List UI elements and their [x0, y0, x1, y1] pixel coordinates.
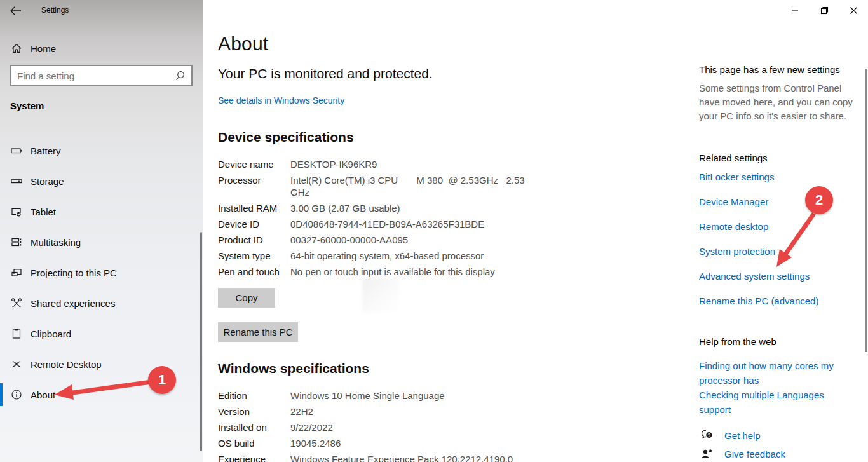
rename-pc-button[interactable]: Rename this PC: [218, 322, 298, 342]
blurred-watermark: [362, 278, 399, 313]
restore-icon: [820, 6, 829, 15]
sidebar-item-home[interactable]: Home: [0, 37, 203, 60]
windows-specifications-heading: Windows specifications: [218, 361, 369, 376]
spec-value: Intel(R) Core(TM) i3 CPU M 380 @ 2.53GHz…: [290, 174, 546, 198]
window-title: Settings: [41, 6, 69, 15]
sidebar: Settings Home System Battery: [0, 0, 203, 462]
windows-specifications-table: EditionWindows 10 Home Single Language V…: [218, 390, 546, 462]
sidebar-item-projecting[interactable]: Projecting to this PC: [0, 261, 203, 284]
bitlocker-settings-link[interactable]: BitLocker settings: [699, 170, 853, 184]
sidebar-item-label: Clipboard: [31, 329, 71, 339]
sidebar-item-label: Home: [31, 43, 56, 54]
spec-label: Pen and touch: [218, 266, 290, 278]
projecting-icon: [10, 266, 23, 279]
sidebar-item-storage[interactable]: Storage: [0, 170, 203, 193]
back-arrow-icon: [9, 4, 23, 18]
device-specifications-table: Device nameDESKTOP-IK96KR9 ProcessorInte…: [218, 158, 546, 282]
sidebar-item-label: Multitasking: [31, 237, 81, 248]
close-button[interactable]: [839, 0, 868, 20]
device-specifications-heading: Device specifications: [218, 130, 354, 145]
spec-label: Product ID: [218, 234, 290, 246]
minimize-icon: [791, 6, 799, 14]
sidebar-item-clipboard[interactable]: Clipboard: [0, 322, 203, 345]
spec-row: Device nameDESKTOP-IK96KR9: [218, 158, 546, 170]
storage-icon: [10, 175, 23, 187]
spec-value: 22H2: [290, 405, 546, 418]
spec-value: 64-bit operating system, x64-based proce…: [290, 250, 546, 262]
clipboard-icon: [10, 327, 23, 340]
sidebar-item-label: Shared experiences: [31, 298, 115, 309]
sidebar-item-label: About: [31, 390, 55, 400]
multitasking-icon: [10, 236, 23, 248]
spec-label: Device name: [218, 158, 290, 170]
home-icon: [10, 42, 23, 55]
spec-label: Installed on: [218, 421, 290, 433]
spec-label: OS build: [218, 437, 290, 449]
get-help-link[interactable]: Get help: [724, 430, 761, 441]
spec-label: Version: [218, 405, 290, 418]
give-feedback-link[interactable]: Give feedback: [724, 449, 785, 459]
windows-security-link[interactable]: See details in Windows Security: [218, 95, 344, 105]
search-input[interactable]: [11, 71, 175, 81]
give-feedback-icon: [700, 447, 714, 461]
page-title: About: [218, 33, 268, 55]
help-from-web-heading: Help from the web: [699, 336, 853, 347]
spec-label: Processor: [218, 174, 290, 198]
help-link-languages[interactable]: Checking multiple Languages support: [699, 388, 853, 417]
close-icon: [850, 6, 858, 15]
spec-row: ExperienceWindows Feature Experience Pac…: [218, 453, 546, 462]
annotation-step-2: 2: [805, 186, 833, 214]
spec-value: 0D408648-7944-41ED-B09A-A63265F31BDE: [290, 218, 546, 230]
shared-experiences-icon: [10, 297, 23, 309]
rename-pc-advanced-link[interactable]: Rename this PC (advanced): [699, 294, 853, 308]
copy-button[interactable]: Copy: [218, 288, 275, 308]
spec-value: 19045.2486: [290, 437, 546, 449]
battery-icon: [10, 144, 23, 157]
give-feedback-row[interactable]: Give feedback: [700, 447, 785, 461]
spec-label: Installed RAM: [218, 202, 290, 214]
restore-button[interactable]: [810, 0, 839, 20]
sidebar-item-shared-experiences[interactable]: Shared experiences: [0, 292, 203, 315]
spec-row: Version22H2: [218, 405, 546, 418]
annotation-step-1: 1: [148, 366, 176, 394]
sidebar-item-multitasking[interactable]: Multitasking: [0, 231, 203, 254]
new-settings-title: This page has a few new settings: [699, 64, 853, 75]
sidebar-item-label: Projecting to this PC: [31, 268, 117, 278]
search-box: [10, 65, 193, 86]
security-status-text: Your PC is monitored and protected.: [218, 66, 433, 81]
spec-row: System type64-bit operating system, x64-…: [218, 250, 546, 262]
sidebar-item-tablet[interactable]: Tablet: [0, 200, 203, 223]
main-scrollbar[interactable]: [865, 69, 867, 352]
sidebar-item-label: Storage: [31, 176, 64, 187]
spec-row: EditionWindows 10 Home Single Language: [218, 390, 546, 402]
spec-row: Pen and touchNo pen or touch input is av…: [218, 266, 546, 278]
back-button[interactable]: [9, 4, 27, 18]
spec-row: Installed on9/22/2022: [218, 421, 546, 433]
search-icon[interactable]: [175, 70, 186, 81]
remote-desktop-link[interactable]: Remote desktop: [699, 219, 853, 234]
sidebar-item-battery[interactable]: Battery: [0, 139, 203, 162]
spec-value: DESKTOP-IK96KR9: [290, 158, 546, 170]
sidebar-scrollbar[interactable]: [200, 232, 202, 451]
spec-label: Edition: [218, 390, 290, 402]
remote-desktop-icon: [10, 358, 23, 370]
get-help-row[interactable]: ? Get help: [700, 428, 761, 442]
new-settings-body: Some settings from Control Panel have mo…: [699, 81, 853, 123]
advanced-system-settings-link[interactable]: Advanced system settings: [699, 269, 853, 283]
related-settings-heading: Related settings: [699, 153, 853, 163]
info-icon: [10, 388, 23, 401]
spec-label: Device ID: [218, 218, 290, 230]
sidebar-item-label: Remote Desktop: [31, 359, 102, 370]
sidebar-item-label: Tablet: [31, 207, 56, 217]
spec-value: 00327-60000-00000-AA095: [290, 234, 546, 246]
spec-row: OS build19045.2486: [218, 437, 546, 449]
spec-row: Device ID0D408648-7944-41ED-B09A-A63265F…: [218, 218, 546, 230]
spec-value: Windows 10 Home Single Language: [290, 390, 546, 402]
spec-row: Installed RAM3.00 GB (2.87 GB usable): [218, 202, 546, 214]
minimize-button[interactable]: [780, 0, 810, 20]
spec-label: System type: [218, 250, 290, 262]
help-link-cores[interactable]: Finding out how many cores my processor …: [699, 358, 853, 388]
get-help-icon: ?: [700, 428, 714, 442]
settings-window: Settings Home System Battery: [0, 0, 868, 462]
system-protection-link[interactable]: System protection: [699, 244, 853, 259]
